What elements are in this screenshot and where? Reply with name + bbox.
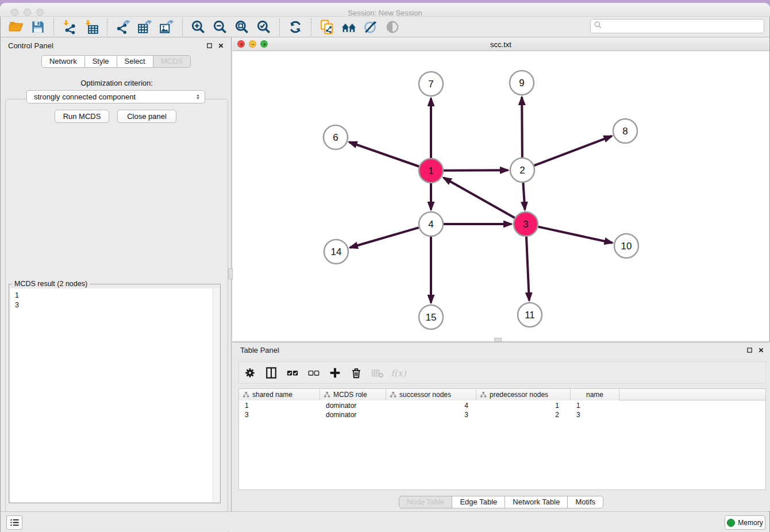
- table-panel: Table Panel f(x) shared nameMCDS rolesuc…: [232, 342, 770, 511]
- tab-network[interactable]: Network: [41, 55, 85, 68]
- save-session-icon[interactable]: [27, 18, 49, 36]
- tab-node-table[interactable]: Node Table: [399, 496, 453, 508]
- export-network-icon[interactable]: [112, 18, 134, 36]
- float-panel-icon[interactable]: [205, 41, 213, 49]
- close-panel-icon[interactable]: [217, 41, 225, 49]
- graph-node-10[interactable]: 10: [614, 234, 638, 258]
- graph-node-4[interactable]: 4: [419, 212, 443, 236]
- column-header-label: successor nodes: [399, 391, 451, 399]
- run-mcds-button[interactable]: Run MCDS: [55, 110, 109, 123]
- graph-node-1[interactable]: 1: [419, 159, 443, 183]
- new-network-from-selection-icon[interactable]: [316, 18, 338, 36]
- float-panel-icon[interactable]: [745, 346, 753, 354]
- refresh-layout-icon[interactable]: [284, 18, 306, 36]
- tab-mcds[interactable]: MCDS: [153, 55, 191, 68]
- svg-text:2: 2: [519, 165, 525, 176]
- zoom-fit-icon[interactable]: [231, 18, 253, 36]
- open-session-icon[interactable]: [5, 18, 27, 36]
- table-cell[interactable]: 1: [239, 401, 320, 410]
- table-cell[interactable]: 1: [571, 401, 619, 410]
- graph-edge-4-14[interactable]: [350, 228, 419, 248]
- table-cell[interactable]: 1: [476, 401, 571, 410]
- close-panel-button[interactable]: Close panel: [117, 110, 176, 123]
- hide-graphics-details-icon[interactable]: [382, 18, 403, 36]
- table-row[interactable]: 3dominator323: [239, 410, 765, 419]
- toggle-panel-icon[interactable]: [260, 364, 282, 381]
- import-table-icon[interactable]: [80, 18, 102, 36]
- toolbar-group: [183, 18, 280, 36]
- svg-text:7: 7: [428, 79, 433, 90]
- graph-edge-2-8[interactable]: [534, 136, 612, 165]
- graph-node-11[interactable]: 11: [518, 303, 542, 327]
- graph-node-8[interactable]: 8: [613, 119, 637, 143]
- table-cell[interactable]: dominator: [320, 401, 386, 410]
- table-cell[interactable]: dominator: [320, 410, 386, 419]
- table-row[interactable]: 1dominator411: [239, 401, 765, 410]
- first-neighbors-icon[interactable]: [338, 18, 360, 36]
- add-icon[interactable]: [324, 364, 345, 381]
- graph-node-3[interactable]: 3: [514, 212, 538, 236]
- graph-node-14[interactable]: 14: [324, 240, 348, 264]
- export-image-icon[interactable]: [156, 18, 178, 36]
- memory-button[interactable]: Memory: [725, 515, 765, 530]
- application-window: Session: New Session Control Panel Netwo…: [0, 0, 770, 532]
- table-cell[interactable]: 4: [386, 401, 476, 410]
- deselect-all-icon[interactable]: [303, 364, 324, 381]
- graph-node-9[interactable]: 9: [510, 71, 534, 95]
- graph-node-15[interactable]: 15: [419, 305, 443, 329]
- function-builder-icon[interactable]: f(x): [388, 364, 409, 381]
- graph-edge-3-1[interactable]: [444, 178, 515, 218]
- column-header-shared-name[interactable]: shared name: [239, 389, 320, 400]
- result-scrollbar[interactable]: [213, 288, 220, 502]
- zoom-selected-icon[interactable]: [253, 18, 275, 36]
- table-cell[interactable]: 2: [476, 410, 571, 419]
- column-hierarchy-icon: [320, 391, 333, 398]
- graph-edge-3-10[interactable]: [538, 227, 612, 243]
- column-header-successor-nodes[interactable]: successor nodes: [386, 389, 476, 400]
- delete-icon[interactable]: [345, 364, 367, 381]
- select-all-icon[interactable]: [282, 364, 303, 381]
- tab-motifs[interactable]: Motifs: [567, 496, 603, 508]
- show-graphics-details-icon[interactable]: [360, 18, 382, 36]
- toolbar-group: [107, 18, 183, 36]
- graph-node-6[interactable]: 6: [324, 125, 348, 149]
- graph-edge-1-2[interactable]: [444, 170, 508, 171]
- tab-select[interactable]: Select: [117, 55, 153, 68]
- svg-text:f(x): f(x): [391, 368, 407, 378]
- svg-text:3: 3: [523, 219, 528, 230]
- toolbar-group: [280, 18, 311, 36]
- stepper-icon: [195, 92, 201, 101]
- criterion-select[interactable]: strongly connected component: [26, 90, 205, 103]
- column-header-label: MCDS role: [333, 391, 367, 399]
- export-table-icon[interactable]: [134, 18, 156, 36]
- network-canvas[interactable]: 7968124314101511: [233, 51, 769, 341]
- tab-style[interactable]: Style: [84, 55, 117, 68]
- graph-edge-3-11[interactable]: [526, 237, 529, 300]
- graph-node-2[interactable]: 2: [510, 158, 534, 182]
- graph-edge-1-6[interactable]: [349, 142, 419, 166]
- table-cell[interactable]: 3: [386, 410, 476, 419]
- delete-table-icon[interactable]: [367, 364, 388, 381]
- column-header-predecessor-nodes[interactable]: predecessor nodes: [476, 389, 571, 400]
- graph-edge-2-3[interactable]: [523, 183, 525, 210]
- zoom-out-icon[interactable]: [209, 18, 231, 36]
- close-panel-icon[interactable]: [757, 346, 765, 354]
- mcds-result-textarea[interactable]: 13: [10, 288, 220, 502]
- tab-edge-table[interactable]: Edge Table: [452, 496, 505, 508]
- graph-node-7[interactable]: 7: [419, 72, 443, 96]
- svg-text:11: 11: [525, 310, 535, 321]
- import-network-icon[interactable]: [59, 18, 80, 36]
- column-header-name[interactable]: name: [571, 389, 619, 400]
- horizontal-splitter-handle[interactable]: [494, 338, 502, 342]
- settings-gear-icon[interactable]: [239, 364, 260, 381]
- column-header-MCDS-role[interactable]: MCDS role: [320, 389, 386, 400]
- search-input[interactable]: [602, 21, 761, 32]
- zoom-in-icon[interactable]: [187, 18, 209, 36]
- table-cell[interactable]: 3: [239, 410, 320, 419]
- graph-edge-2-9[interactable]: [522, 97, 522, 157]
- tab-network-table[interactable]: Network Table: [505, 496, 568, 508]
- task-history-button[interactable]: [6, 515, 22, 530]
- mcds-result-title: MCDS result (2 nodes): [12, 280, 90, 288]
- table-cell[interactable]: 3: [571, 410, 619, 419]
- search-box[interactable]: [590, 19, 764, 33]
